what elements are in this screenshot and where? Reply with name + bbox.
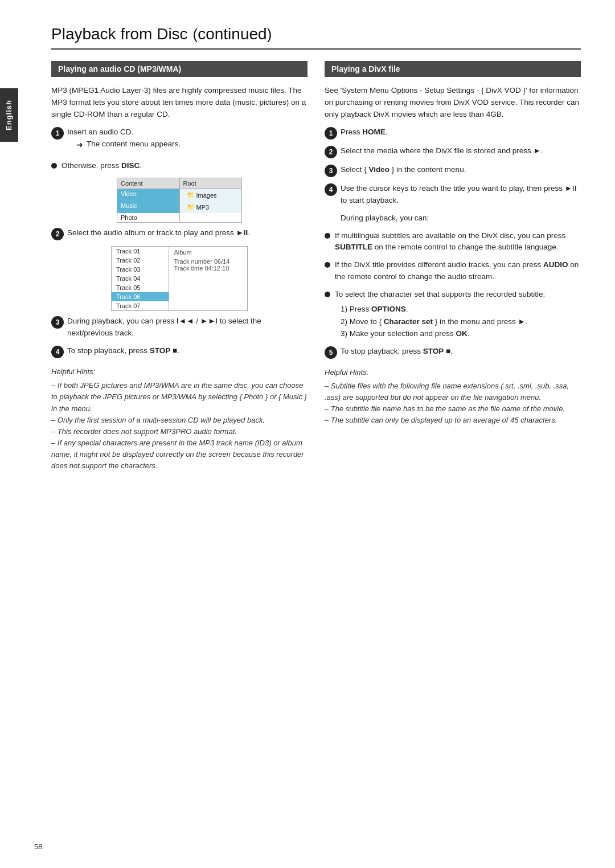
step-3-text: During playback, you can press: [67, 317, 177, 325]
track-table-inner: Track 01 Track 02 Track 03 Track 04 Trac…: [112, 247, 247, 310]
step-4-stop: STOP: [150, 346, 171, 355]
sub-step-1: 1) Press OPTIONS.: [341, 303, 545, 316]
right-bullet-1: If multilingual subtitles are available …: [325, 230, 581, 254]
right-step-num-4: 4: [325, 183, 337, 196]
ok-keyword: OK: [456, 329, 468, 338]
right-bullet-dot-1: [325, 233, 330, 239]
right-step-2-sym: ►: [533, 146, 540, 155]
table-cell-photo: Photo: [117, 213, 180, 222]
arrow-symbol: ➜: [76, 139, 83, 152]
right-step-2-text: Select the media where the DivX file is …: [341, 146, 533, 155]
step-3-sym1: I◄◄: [177, 317, 194, 325]
step-1-text: Insert an audio CD.: [67, 128, 133, 136]
right-step-5-sym: ■: [446, 347, 450, 355]
track-row-4: Track 04: [112, 274, 169, 283]
right-step-num-5: 5: [325, 346, 337, 359]
track-row-7: Track 07: [112, 301, 169, 310]
right-hint-3: – The subtitle can only be displayed up …: [325, 415, 581, 426]
right-hints-title: Helpful Hints:: [325, 367, 581, 378]
step-4-text: To stop playback, press: [67, 346, 150, 355]
right-intro-text: See 'System Menu Options - Setup Setting…: [325, 85, 581, 121]
right-step-1-bold: HOME: [362, 128, 386, 136]
left-helpful-hints: Helpful Hints: – If both JPEG pictures a…: [51, 366, 308, 472]
table-cell-images: 📁Images: [180, 189, 242, 201]
content-table-mockup: Content Root Video 📁Images Music 📁MP3: [117, 178, 242, 223]
right-bullet-1-content: If multilingual subtitles are available …: [335, 230, 581, 254]
right-step-3-text: Select {: [341, 165, 369, 174]
left-section-header: Playing an audio CD (MP3/WMA): [51, 61, 308, 77]
right-step-1-content: Press HOME.: [341, 126, 388, 138]
right-column: Playing a DivX file See 'System Menu Opt…: [325, 61, 581, 472]
right-step-num-2: 2: [325, 146, 337, 158]
sub-steps: 1) Press OPTIONS. 2) Move to { Character…: [341, 303, 545, 340]
hint-2: – Only the first session of a multi-sess…: [51, 415, 308, 426]
right-bullet-2-content: If the DivX title provides different aud…: [335, 259, 581, 283]
table-cell-music: Music: [117, 201, 180, 213]
page-container: English Playback from Disc (continued) P…: [0, 0, 615, 868]
right-hint-2: – The subtitle file name has to be the s…: [325, 403, 581, 415]
disc-keyword: DISC: [121, 161, 140, 170]
track-table-mockup: Track 01 Track 02 Track 03 Track 04 Trac…: [111, 246, 248, 311]
right-step-2: 2 Select the media where the DivX file i…: [325, 145, 581, 158]
left-intro-text: MP3 (MPEG1 Audio Layer-3) files are high…: [51, 85, 308, 121]
sub-step-2: 2) Move to { Character set } in the menu…: [341, 316, 545, 328]
track-row-3: Track 03: [112, 265, 169, 274]
right-step-4: 4 Use the cursor keys to reach the title…: [325, 183, 581, 207]
two-column-layout: Playing an audio CD (MP3/WMA) MP3 (MPEG1…: [51, 61, 581, 472]
track-list-column: Track 01 Track 02 Track 03 Track 04 Trac…: [112, 247, 169, 310]
right-step-3-content: Select { Video } in the content menu.: [341, 164, 466, 176]
disc-bullet-content: Otherwise, press DISC.: [62, 160, 142, 172]
bullet-dot-1: [51, 163, 57, 169]
table-row-photo: Photo: [117, 213, 241, 222]
sub-step-3: 3) Make your selection and press OK.: [341, 327, 545, 340]
left-step-4: 4 To stop playback, press STOP ■.: [51, 345, 308, 358]
right-step-5-text: To stop playback, press: [341, 347, 423, 355]
table-cell-empty: [180, 213, 242, 222]
right-bullet-3-content: To select the character set that support…: [335, 289, 545, 340]
page-title-main: Playback from Disc: [51, 25, 188, 43]
right-step-num-1: 1: [325, 127, 337, 140]
step-1-arrow: ➜ The content menu appears.: [76, 138, 181, 152]
right-step-5-content: To stop playback, press STOP ■.: [341, 346, 453, 358]
subtitle-keyword: SUBTITLE: [335, 243, 372, 251]
during-text: During playback, you can;: [341, 212, 581, 224]
left-hints-title: Helpful Hints:: [51, 366, 308, 378]
options-keyword: OPTIONS: [371, 305, 406, 313]
step-1-arrow-text: The content menu appears.: [87, 138, 181, 150]
track-row-5: Track 05: [112, 283, 169, 292]
track-detail-column: Album Track number 06/14 Track time 04:1…: [169, 247, 247, 310]
step-3-content: During playback, you can press I◄◄ / ►►I…: [67, 316, 308, 339]
hint-1: – If both JPEG pictures and MP3/WMA are …: [51, 380, 308, 414]
right-step-1-text: Press: [341, 128, 362, 136]
step-num-2: 2: [51, 228, 64, 240]
track-row-2: Track 02: [112, 256, 169, 265]
step-2-text: Select the audio album or track to play …: [67, 228, 236, 237]
track-row-1: Track 01: [112, 247, 169, 256]
page-title: Playback from Disc (continued): [51, 23, 581, 44]
sidebar-label: English: [0, 88, 18, 142]
table-header-root: Root: [180, 178, 242, 189]
right-step-4-content: Use the cursor keys to reach the title y…: [341, 183, 581, 207]
right-bullet-3: To select the character set that support…: [325, 289, 581, 340]
left-step-2: 2 Select the audio album or track to pla…: [51, 227, 308, 240]
disc-bullet: Otherwise, press DISC.: [51, 160, 308, 172]
right-step-3-bold: Video: [369, 165, 390, 174]
left-step-3: 3 During playback, you can press I◄◄ / ►…: [51, 316, 308, 339]
table-header-content: Content: [117, 178, 180, 189]
right-step-3: 3 Select { Video } in the content menu.: [325, 164, 581, 177]
table-cell-video: Video: [117, 189, 180, 201]
disc-bullet-text: Otherwise, press: [62, 161, 121, 170]
left-step-1: 1 Insert an audio CD. ➜ The content menu…: [51, 126, 308, 155]
hint-4: – If any special characters are present …: [51, 437, 308, 472]
step-num-4: 4: [51, 346, 64, 358]
right-step-num-3: 3: [325, 165, 337, 177]
step-4-content: To stop playback, press STOP ■.: [67, 345, 179, 357]
left-column: Playing an audio CD (MP3/WMA) MP3 (MPEG1…: [51, 61, 308, 472]
table-row-video: Video 📁Images: [117, 189, 241, 201]
right-step-3-text2: } in the content menu.: [390, 165, 466, 174]
right-bullet-dot-2: [325, 262, 330, 268]
step-num-3: 3: [51, 316, 64, 329]
step-2-sym: ►II: [236, 228, 248, 237]
table-header: Content Root: [117, 178, 241, 189]
page-number: 58: [34, 842, 42, 851]
